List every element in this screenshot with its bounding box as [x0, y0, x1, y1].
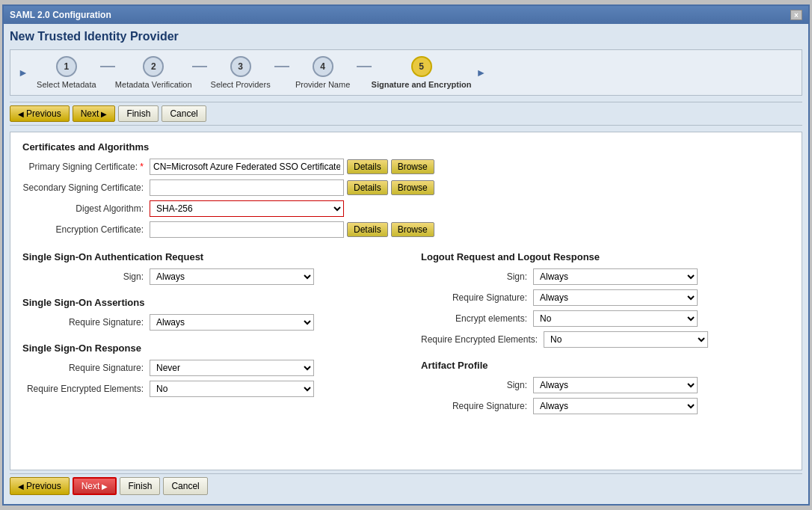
top-cancel-button[interactable]: Cancel [162, 105, 206, 122]
step-2-label: Metadata Verification [115, 80, 192, 89]
logout-title: Logout Request and Logout Response [421, 251, 790, 262]
window-title: SAML 2.0 Configuration [10, 10, 111, 20]
step-4-circle: 4 [313, 56, 333, 77]
content-area: New Trusted Identity Provider ► 1 Select… [4, 24, 808, 504]
logout-sign-select[interactable]: Always Never [533, 268, 698, 285]
logout-req-enc-select[interactable]: No Yes [544, 331, 708, 348]
top-toolbar: ◀ Previous Next ▶ Finish Cancel [10, 102, 802, 126]
sso-response-title: Single Sign-On Response [22, 342, 391, 354]
sso-response-sig-group: Require Signature: Never Always Optional [22, 360, 391, 376]
encryption-cert-browse-button[interactable]: Browse [391, 222, 434, 237]
logout-enc-group: Encrypt elements: No Yes [421, 310, 790, 327]
bottom-next-button[interactable]: Next ▶ [73, 477, 117, 495]
logout-sign-group: Sign: Always Never [421, 268, 790, 285]
step-5-label: Signature and Encryption [372, 80, 472, 89]
primary-signing-details-button[interactable]: Details [347, 159, 388, 174]
wizard-steps: ► 1 Select Metadata 2 Metadata Verificat… [10, 49, 802, 96]
encryption-cert-input[interactable] [150, 221, 344, 238]
logout-req-sig-select[interactable]: Always Never [533, 289, 698, 306]
main-content: Certificates and Algorithms Primary Sign… [10, 132, 802, 470]
step-5-circle: 5 [411, 56, 432, 77]
step-3-circle: 3 [230, 56, 251, 77]
artifact-sign-label: Sign: [421, 380, 533, 390]
artifact-req-sig-label: Require Signature: [421, 401, 533, 411]
certs-section: Certificates and Algorithms Primary Sign… [22, 141, 790, 242]
step-line-1 [100, 66, 115, 67]
next-arrow-icon: ▶ [101, 110, 107, 118]
sso-auth-sign-select[interactable]: Always Never Optional [150, 268, 314, 285]
bottom-next-arrow-icon: ▶ [102, 482, 108, 491]
logout-section: Logout Request and Logout Response Sign:… [421, 251, 790, 348]
sso-response-enc-select[interactable]: No Yes [150, 381, 314, 397]
bottom-finish-button[interactable]: Finish [120, 477, 160, 495]
wizard-start-arrow: ► [18, 67, 28, 79]
secondary-signing-group: Secondary Signing Certificate: Details B… [22, 179, 790, 196]
sso-assertions-section: Single Sign-On Assertions Require Signat… [22, 297, 391, 331]
logout-req-sig-label: Require Signature: [421, 292, 533, 303]
sso-response-sig-select[interactable]: Never Always Optional [150, 360, 314, 376]
right-col: Logout Request and Logout Response Sign:… [421, 251, 790, 419]
secondary-signing-label: Secondary Signing Certificate: [22, 182, 150, 193]
logout-req-sig-group: Require Signature: Always Never [421, 289, 790, 306]
artifact-sign-select[interactable]: Always Never [533, 377, 698, 393]
step-1-label: Select Metadata [37, 80, 96, 89]
logout-enc-label: Encrypt elements: [421, 313, 533, 324]
sso-auth-sign-label: Sign: [22, 271, 150, 282]
step-3-label: Select Providers [211, 80, 271, 89]
main-window: SAML 2.0 Configuration × New Trusted Ide… [2, 4, 810, 506]
digest-algorithm-select[interactable]: SHA-256 SHA-1 [150, 200, 344, 217]
left-col: Single Sign-On Authentication Request Si… [22, 251, 391, 419]
sso-assertions-sig-group: Require Signature: Always Never Optional [22, 314, 391, 331]
sso-assertions-sig-label: Require Signature: [22, 317, 150, 328]
secondary-signing-input[interactable] [150, 179, 344, 196]
primary-signing-browse-button[interactable]: Browse [391, 159, 434, 174]
page-title: New Trusted Identity Provider [10, 30, 802, 43]
sso-response-section: Single Sign-On Response Require Signatur… [22, 342, 391, 397]
logout-req-enc-label: Require Encrypted Elements: [421, 334, 544, 345]
logout-sign-label: Sign: [421, 271, 533, 282]
artifact-req-sig-group: Require Signature: Always Never [421, 398, 790, 414]
certs-section-title: Certificates and Algorithms [22, 141, 790, 153]
digest-algorithm-group: Digest Algorithm: SHA-256 SHA-1 [22, 200, 790, 217]
logout-enc-select[interactable]: No Yes [533, 310, 698, 327]
top-previous-button[interactable]: ◀ Previous [10, 105, 70, 122]
step-line-3 [274, 66, 289, 67]
bottom-previous-button[interactable]: ◀ Previous [10, 477, 70, 495]
logout-req-enc-group: Require Encrypted Elements: No Yes [421, 331, 790, 348]
bottom-cancel-button[interactable]: Cancel [163, 477, 207, 495]
step-2-circle: 2 [143, 56, 164, 77]
step-1-circle: 1 [56, 56, 77, 77]
title-bar: SAML 2.0 Configuration × [4, 6, 808, 24]
bottom-prev-arrow-icon: ◀ [18, 482, 24, 491]
step-line-4 [357, 66, 372, 67]
sso-assertions-sig-select[interactable]: Always Never Optional [150, 314, 314, 331]
artifact-section: Artifact Profile Sign: Always Never Requ… [421, 360, 790, 414]
digest-algorithm-label: Digest Algorithm: [22, 203, 150, 214]
step-line-2 [192, 66, 207, 67]
encryption-cert-group: Encryption Certificate: Details Browse [22, 221, 790, 238]
sso-response-enc-group: Require Encrypted Elements: No Yes [22, 381, 391, 397]
top-next-button[interactable]: Next ▶ [73, 105, 116, 122]
two-col-section: Single Sign-On Authentication Request Si… [22, 251, 790, 419]
primary-signing-input[interactable] [150, 159, 344, 175]
sso-response-sig-label: Require Signature: [22, 363, 150, 373]
wizard-step-3: 3 Select Providers [207, 56, 274, 89]
sso-auth-sign-group: Sign: Always Never Optional [22, 268, 391, 285]
primary-signing-label: Primary Signing Certificate: * [22, 162, 150, 172]
required-marker: * [140, 162, 144, 172]
bottom-toolbar: ◀ Previous Next ▶ Finish Cancel [10, 473, 802, 498]
artifact-sign-group: Sign: Always Never [421, 377, 790, 393]
artifact-req-sig-select[interactable]: Always Never [533, 398, 698, 414]
secondary-signing-details-button[interactable]: Details [347, 180, 388, 195]
sso-assertions-title: Single Sign-On Assertions [22, 297, 391, 308]
prev-arrow-icon: ◀ [18, 110, 24, 118]
top-finish-button[interactable]: Finish [118, 105, 159, 122]
encryption-cert-label: Encryption Certificate: [22, 224, 150, 235]
step-container: 1 Select Metadata 2 Metadata Verificatio… [33, 56, 472, 89]
primary-signing-group: Primary Signing Certificate: * Details B… [22, 159, 790, 175]
wizard-step-1: 1 Select Metadata [33, 56, 100, 89]
secondary-signing-browse-button[interactable]: Browse [391, 180, 434, 195]
close-button[interactable]: × [790, 10, 802, 20]
encryption-cert-details-button[interactable]: Details [347, 222, 388, 237]
wizard-step-5: 5 Signature and Encryption [372, 56, 472, 89]
